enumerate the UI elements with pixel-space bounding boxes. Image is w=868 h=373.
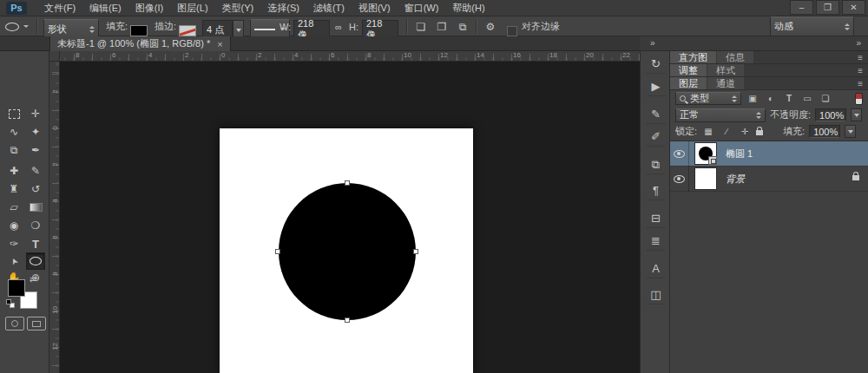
document-canvas[interactable] xyxy=(220,128,473,373)
lock-position-icon[interactable]: ✛ xyxy=(738,126,752,138)
panel-menu-icon[interactable]: ≡ xyxy=(852,77,868,89)
clone-source-panel-button[interactable]: ⧉ xyxy=(646,155,666,174)
geometry-options-button[interactable]: ⚙ xyxy=(483,16,498,36)
notes-panel-button[interactable]: ⊟ xyxy=(646,209,666,228)
quick-selection-tool[interactable]: ✦ xyxy=(26,123,45,141)
path-selection-tool[interactable]: ➤ xyxy=(4,252,23,270)
panel-menu-icon[interactable]: ≡ xyxy=(852,64,868,76)
blur-tool[interactable]: ◉ xyxy=(4,217,23,234)
lock-all-icon[interactable] xyxy=(756,130,763,135)
collapse-dock-icon[interactable]: » xyxy=(650,38,655,48)
tab-channels[interactable]: 通道 xyxy=(707,77,744,89)
ellipse-tool[interactable] xyxy=(26,252,45,270)
rectangular-marquee-tool[interactable] xyxy=(4,105,23,122)
brush-presets-panel-button[interactable]: ✐ xyxy=(646,128,666,147)
blend-mode-dropdown[interactable]: 正常 xyxy=(675,108,766,122)
stroke-color-swatch[interactable] xyxy=(179,25,196,36)
anchor-point-top[interactable] xyxy=(345,180,350,186)
pen-tool[interactable]: ✑ xyxy=(4,235,23,252)
close-button[interactable]: ✕ xyxy=(842,0,865,15)
minimize-button[interactable]: – xyxy=(790,0,813,15)
lock-image-icon[interactable]: ∕ xyxy=(720,126,733,138)
menu-view[interactable]: 视图(V) xyxy=(352,2,398,15)
fill-dropdown-button[interactable] xyxy=(845,125,856,138)
layer-thumbnail[interactable] xyxy=(694,167,717,190)
filter-type-layers-icon[interactable]: T xyxy=(782,93,796,105)
menu-select[interactable]: 选择(S) xyxy=(260,2,306,15)
ellipse-shape[interactable] xyxy=(279,183,416,320)
document-close-icon[interactable]: × xyxy=(217,39,222,49)
path-arrangement-button[interactable]: ⧉ xyxy=(455,16,470,36)
layer-comps-panel-button[interactable]: ◫ xyxy=(646,285,666,304)
collapse-panels-icon[interactable]: » xyxy=(856,38,861,48)
fill-input[interactable]: 100% xyxy=(809,125,840,138)
default-colors-icon[interactable] xyxy=(6,299,15,308)
menu-type[interactable]: 类型(Y) xyxy=(215,2,261,15)
gradient-tool[interactable] xyxy=(26,199,45,216)
brush-panel-button[interactable]: ✎ xyxy=(646,105,666,124)
canvas-pasteboard[interactable]: 8 6 4 2 0 2 4 6 8 10 12 14 16 18 20 22 2… xyxy=(49,51,640,373)
filtering-toggle-switch[interactable] xyxy=(855,93,863,105)
paragraph-panel-button[interactable]: ¶ xyxy=(646,181,666,200)
tab-histogram[interactable]: 直方图 xyxy=(670,51,716,63)
layer-name[interactable]: 椭圆 1 xyxy=(726,147,753,160)
anchor-point-right[interactable] xyxy=(413,249,418,254)
menu-edit[interactable]: 编辑(E) xyxy=(82,2,128,15)
menu-image[interactable]: 图像(I) xyxy=(128,2,170,15)
history-brush-tool[interactable]: ↺ xyxy=(26,180,45,198)
filter-smart-objects-icon[interactable]: ❏ xyxy=(819,93,832,105)
opacity-dropdown-button[interactable] xyxy=(851,108,862,121)
filter-pixel-layers-icon[interactable]: ▣ xyxy=(746,93,760,105)
dodge-tool[interactable]: ❍ xyxy=(26,217,45,234)
foreground-color-swatch[interactable] xyxy=(8,279,25,297)
properties-panel-button[interactable]: ≣ xyxy=(646,232,666,251)
swap-colors-icon[interactable]: ⇄ xyxy=(30,275,36,284)
layer-row-background[interactable]: 背景 xyxy=(670,167,868,192)
visibility-cell[interactable] xyxy=(670,167,689,192)
type-tool[interactable]: T xyxy=(26,235,45,252)
document-tab[interactable]: 未标题-1 @ 100% (椭圆 1, RGB/8) * × xyxy=(49,36,231,51)
filter-shape-layers-icon[interactable]: ▭ xyxy=(800,93,814,105)
workspace-switcher-dropdown[interactable]: 动感 xyxy=(770,16,854,36)
vertical-ruler[interactable]: 2 0 2 4 6 8 10 12 xyxy=(49,62,60,373)
tab-info[interactable]: 信息 xyxy=(717,51,753,63)
anchor-point-left[interactable] xyxy=(275,249,280,254)
layer-thumbnail[interactable] xyxy=(694,142,717,165)
layer-row-ellipse-1[interactable]: 椭圆 1 xyxy=(670,141,868,167)
quick-mask-button[interactable] xyxy=(5,317,24,330)
actions-panel-button[interactable]: ▶ xyxy=(646,77,666,96)
ruler-origin-corner[interactable] xyxy=(49,51,60,62)
screen-mode-button[interactable] xyxy=(27,317,46,330)
link-dimensions-icon[interactable]: ∞ xyxy=(335,22,342,32)
panel-menu-icon[interactable]: ≡ xyxy=(852,51,868,63)
character-panel-button[interactable]: A xyxy=(646,259,666,278)
tab-adjustments[interactable]: 调整 xyxy=(670,64,707,76)
history-panel-button[interactable]: ↻ xyxy=(646,55,666,74)
move-tool[interactable]: ✛ xyxy=(26,105,45,122)
visibility-cell[interactable] xyxy=(670,141,689,167)
menu-filter[interactable]: 滤镜(T) xyxy=(306,2,352,15)
horizontal-ruler[interactable]: 8 6 4 2 0 2 4 6 8 10 12 14 16 18 20 22 xyxy=(60,51,640,62)
spot-healing-brush-tool[interactable]: ✚ xyxy=(4,162,23,180)
restore-button[interactable]: ❐ xyxy=(816,0,839,15)
menu-file[interactable]: 文件(F) xyxy=(37,2,82,15)
layer-name[interactable]: 背景 xyxy=(726,173,745,186)
tab-styles[interactable]: 样式 xyxy=(707,64,744,76)
anchor-point-bottom[interactable] xyxy=(345,317,350,323)
tab-layers[interactable]: 图层 xyxy=(670,77,707,89)
fill-color-swatch[interactable] xyxy=(130,25,148,36)
lasso-tool[interactable]: ∿ xyxy=(4,123,23,141)
clone-stamp-tool[interactable]: ♜ xyxy=(4,180,23,198)
align-edges-checkbox[interactable] xyxy=(507,26,517,36)
menu-help[interactable]: 帮助(H) xyxy=(445,2,491,15)
eyedropper-tool[interactable]: ✒ xyxy=(26,141,45,159)
menu-window[interactable]: 窗口(W) xyxy=(398,2,446,15)
crop-tool[interactable]: ⧉ xyxy=(4,141,23,159)
filter-adjustment-layers-icon[interactable]: ◐ xyxy=(764,93,778,105)
path-alignment-button[interactable]: ❐ xyxy=(434,16,450,36)
tool-preset-picker[interactable] xyxy=(5,16,29,36)
opacity-input[interactable]: 100% xyxy=(815,108,846,121)
eraser-tool[interactable]: ▱ xyxy=(4,199,23,216)
filter-type-dropdown[interactable]: 类型 xyxy=(675,92,741,105)
lock-transparency-icon[interactable]: ▦ xyxy=(701,126,715,138)
